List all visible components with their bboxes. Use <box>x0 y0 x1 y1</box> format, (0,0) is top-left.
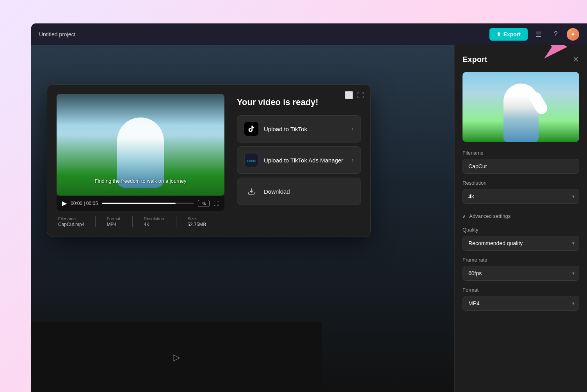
framerate-form-label: Frame rate <box>462 257 579 263</box>
video-ready-modal: ⬜ ⛶ Finding the freedom to walk on a jou… <box>47 84 371 237</box>
thumbnail-figure <box>503 84 539 142</box>
download-button[interactable]: Download <box>237 178 361 205</box>
size-info: Size: 52.75MB <box>187 216 206 227</box>
info-separator-3 <box>176 216 176 227</box>
modal-top-icons: ⬜ ⛶ <box>345 91 364 100</box>
svg-marker-2 <box>544 45 567 59</box>
progress-bar[interactable] <box>102 203 194 204</box>
filename-input[interactable] <box>462 159 579 174</box>
thumbnail-arm <box>528 90 550 116</box>
app-window: Untitled project ⬆ Export ☰ ? ✦ ⬜ ⛶ <box>31 23 587 392</box>
modal-right: Your video is ready! Upload to TikTok <box>237 94 361 227</box>
size-label: Size: <box>187 216 206 221</box>
advanced-settings-toggle[interactable]: ∧ Advanced settings <box>462 210 511 222</box>
format-value: MP4 <box>107 222 121 227</box>
framerate-group: Frame rate 60fps ▾ <box>462 257 579 281</box>
video-background: Finding the freedom to walk on a journey <box>57 94 224 196</box>
format-group: Format MP4 ▾ <box>462 287 579 311</box>
close-export-button[interactable]: ✕ <box>573 55 579 64</box>
export-button[interactable]: ⬆ Export <box>489 28 528 41</box>
export-up-icon: ⬆ <box>496 31 501 37</box>
quality-select[interactable]: Recommended quality <box>462 236 579 251</box>
fullscreen-icon-button[interactable]: ⛶ <box>357 91 364 100</box>
export-panel: Export ✕ Filename Resolution 4k <box>454 45 587 392</box>
size-value: 52.75MB <box>187 222 206 227</box>
info-separator-1 <box>95 216 96 227</box>
editor-area: ⬜ ⛶ Finding the freedom to walk on a jou… <box>31 45 454 392</box>
quality-form-label: Quality <box>462 227 579 233</box>
chevron-right-icon: › <box>352 125 354 132</box>
chevron-up-icon: ∧ <box>462 214 466 219</box>
tiktok-icon <box>244 122 258 136</box>
filename-value: CapCut.mp4 <box>58 222 84 227</box>
resolution-label: Resolution: <box>144 216 165 221</box>
quality-select-wrapper: Recommended quality ▾ <box>462 236 579 251</box>
comment-icon-button[interactable]: ⬜ <box>345 91 353 100</box>
chevron-right-icon-2: › <box>352 157 354 164</box>
info-separator-2 <box>132 216 133 227</box>
avatar-button[interactable]: ✦ <box>567 28 579 41</box>
play-button[interactable]: ▶ <box>62 200 67 207</box>
format-form-label: Format <box>462 287 579 293</box>
resolution-select[interactable]: 4k <box>462 189 579 204</box>
export-panel-title: Export <box>462 55 487 64</box>
top-bar: Untitled project ⬆ Export ☰ ? ✦ <box>31 23 587 45</box>
format-select-wrapper: MP4 ▾ <box>462 296 579 311</box>
fullscreen-button[interactable]: ⛶ <box>213 200 219 207</box>
resolution-info: Resolution: 4K <box>144 216 165 227</box>
time-display: 00:00 | 00:05 <box>71 201 98 206</box>
top-bar-actions: ⬆ Export ☰ ? ✦ <box>489 28 579 41</box>
video-subtitle: Finding the freedom to walk on a journey <box>57 178 224 184</box>
resolution-form-label: Resolution <box>462 180 579 186</box>
video-ready-title: Your video is ready! <box>237 97 361 107</box>
video-preview: Finding the freedom to walk on a journey… <box>57 94 224 227</box>
progress-fill <box>102 203 176 204</box>
filename-group: Filename <box>462 150 579 174</box>
timeline-area: ▷ <box>31 322 322 392</box>
framerate-select-wrapper: 60fps ▾ <box>462 266 579 281</box>
file-info: Filename: CapCut.mp4 Format: MP4 Resolut… <box>57 216 224 227</box>
video-figure <box>117 118 164 188</box>
help-icon-button[interactable]: ? <box>550 28 562 41</box>
resolution-value: 4K <box>144 222 165 227</box>
quality-group: Quality Recommended quality ▾ <box>462 227 579 251</box>
format-label: Format: <box>107 216 121 221</box>
filename-form-label: Filename <box>462 150 579 156</box>
framerate-select[interactable]: 60fps <box>462 266 579 281</box>
resolution-group: Resolution 4k ▾ <box>462 180 579 204</box>
modal-body: Finding the freedom to walk on a journey… <box>57 94 361 227</box>
export-thumbnail <box>462 72 579 142</box>
format-info: Format: MP4 <box>107 216 121 227</box>
project-title: Untitled project <box>39 31 75 37</box>
main-content: ⬜ ⛶ Finding the freedom to walk on a jou… <box>31 45 587 392</box>
video-controls: ▶ 00:00 | 00:05 4k ⛶ <box>57 196 224 211</box>
upload-tiktok-ads-button[interactable]: TikTok Upload to TikTok Ads Manager › <box>237 146 361 174</box>
upload-tiktok-button[interactable]: Upload to TikTok › <box>237 115 361 143</box>
format-select[interactable]: MP4 <box>462 296 579 311</box>
video-screen: Finding the freedom to walk on a journey <box>57 94 224 196</box>
arrow-pointer <box>540 45 571 62</box>
svg-text:TikTok: TikTok <box>247 159 256 162</box>
filename-label: Filename: <box>58 216 84 221</box>
resolution-select-wrapper: 4k ▾ <box>462 189 579 204</box>
menu-icon-button[interactable]: ☰ <box>532 28 545 41</box>
filename-info: Filename: CapCut.mp4 <box>58 216 84 227</box>
timeline-play-button[interactable]: ▷ <box>173 352 180 363</box>
quality-badge: 4k <box>198 200 210 207</box>
tiktok-ads-icon: TikTok <box>244 153 258 167</box>
download-icon <box>244 184 258 198</box>
